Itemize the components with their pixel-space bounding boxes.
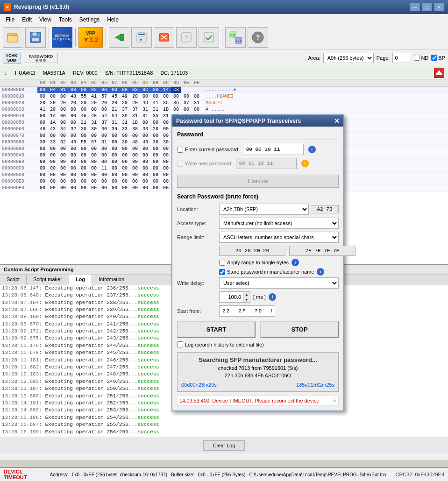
hex-byte[interactable]: 00 — [99, 178, 109, 184]
open-button[interactable] — [3, 27, 23, 48]
hex-byte[interactable]: 37 — [130, 106, 140, 113]
hex-byte[interactable]: 34 — [58, 126, 68, 132]
hex-byte[interactable]: 31 — [161, 113, 171, 119]
nd-checkbox-label[interactable]: ND — [414, 55, 428, 61]
hex-byte[interactable]: 00 — [161, 126, 171, 132]
hex-byte[interactable]: 1D — [161, 106, 171, 113]
menu-help[interactable]: Help — [103, 15, 122, 24]
hex-byte[interactable]: 00 — [161, 159, 171, 165]
hex-byte[interactable]: 31 — [140, 106, 150, 113]
hex-byte[interactable]: 00 — [120, 159, 130, 165]
current-pass-input[interactable]: 00 00 10 11 — [243, 144, 304, 155]
menu-settings[interactable]: Settings — [76, 15, 103, 24]
hex-byte[interactable]: 33 — [48, 139, 58, 145]
hex-byte[interactable]: 00 — [78, 146, 89, 152]
hex-byte[interactable]: 30 — [99, 126, 109, 132]
hex-byte[interactable]: 00 — [99, 87, 109, 93]
hex-byte[interactable]: 41 — [150, 100, 161, 106]
hex-byte[interactable]: 00 — [109, 87, 120, 93]
hex-byte[interactable]: 00 — [48, 165, 58, 171]
hex-byte[interactable]: C8 — [171, 87, 181, 93]
hex-byte[interactable]: 00 — [150, 133, 161, 139]
hex-byte[interactable]: 00 — [150, 172, 161, 178]
delay-down-button[interactable]: ▼ — [243, 297, 250, 302]
hex-byte[interactable]: 20 — [150, 126, 161, 132]
hex-byte[interactable]: 30 — [78, 126, 89, 132]
hex-byte[interactable]: 00 — [130, 172, 140, 178]
hex-byte[interactable]: 00 — [68, 159, 78, 165]
hex-byte[interactable]: 00 — [68, 178, 78, 184]
hex-byte[interactable]: 00 — [130, 165, 140, 171]
hex-byte[interactable]: 00 — [68, 120, 78, 126]
hex-byte[interactable]: 21 — [78, 120, 89, 126]
hex-byte[interactable]: 30 — [89, 126, 99, 132]
eeprom-button[interactable]: EEPROM SFP [USER] — [52, 27, 72, 48]
hex-byte[interactable]: 31 — [89, 120, 99, 126]
tab-information[interactable]: Information — [92, 275, 131, 285]
hex-byte[interactable]: 00 — [89, 178, 99, 184]
hex-byte[interactable]: 00 — [150, 120, 161, 126]
hex-byte[interactable]: 37 — [120, 106, 130, 113]
hex-byte[interactable]: 00 — [150, 152, 161, 158]
hex-byte[interactable]: 00 — [68, 113, 78, 119]
hex-byte[interactable]: 00 — [68, 87, 78, 93]
hex-bytes-3[interactable]: 4120000000000021373731311D000000 — [37, 106, 202, 113]
write-pass-checkbox[interactable] — [177, 161, 183, 167]
hex-byte[interactable]: 20 — [130, 93, 140, 99]
hex-byte[interactable]: 00 — [130, 178, 140, 184]
hex-byte[interactable]: 00 — [58, 178, 68, 184]
hex-byte[interactable]: 4D — [140, 100, 150, 106]
write-button[interactable] — [131, 27, 152, 48]
hex-byte[interactable]: 00 — [150, 93, 161, 99]
hex-byte[interactable]: 00 — [109, 133, 120, 139]
hex-byte[interactable]: 00 — [58, 133, 68, 139]
hex-byte[interactable]: 30 — [37, 139, 48, 145]
range-from-input[interactable] — [219, 246, 285, 256]
hex-byte[interactable]: 1D — [130, 120, 140, 126]
hex-byte[interactable]: 00 — [48, 159, 58, 165]
hex-byte[interactable]: 00 — [58, 152, 68, 158]
hex-byte[interactable]: 00 — [109, 172, 120, 178]
verify-button[interactable] — [199, 27, 219, 48]
hex-byte[interactable]: 00 — [150, 165, 161, 171]
hex-byte[interactable]: 00 — [120, 178, 130, 184]
hex-byte[interactable]: 00 — [140, 159, 150, 165]
hex-byte[interactable]: 00 — [99, 106, 109, 113]
clear-log-button[interactable]: Clear Log — [203, 440, 245, 451]
hex-byte[interactable]: 00 — [192, 93, 202, 99]
hex-byte[interactable]: 00 — [89, 146, 99, 152]
tab-script-maker[interactable]: Script maker — [27, 275, 69, 285]
hex-byte[interactable]: 00 — [99, 133, 109, 139]
hex-byte[interactable]: 20 — [89, 100, 99, 106]
hex-byte[interactable]: 00 — [48, 152, 58, 158]
hex-byte[interactable]: 20 — [109, 100, 120, 106]
hex-byte[interactable]: 00 — [78, 106, 89, 113]
hex-byte[interactable]: 00 — [140, 133, 150, 139]
hex-byte[interactable]: 33 — [120, 126, 130, 132]
hex-byte[interactable]: 00 — [140, 165, 150, 171]
hex-byte[interactable]: 00 — [48, 172, 58, 178]
bp-checkbox[interactable] — [431, 55, 437, 61]
read-button[interactable] — [109, 27, 129, 48]
hex-byte[interactable]: 00 — [140, 172, 150, 178]
hex-byte[interactable]: 31 — [99, 139, 109, 145]
apply-range-checkbox-label[interactable]: Apply range to single bytes — [219, 260, 289, 266]
hex-byte[interactable]: 00 — [37, 185, 48, 191]
menu-file[interactable]: File — [2, 15, 18, 24]
range-select[interactable]: ASCII letters, number and special chars — [219, 232, 339, 243]
hex-byte[interactable]: 00 — [130, 133, 140, 139]
hex-byte[interactable]: 00 — [140, 178, 150, 184]
hex-byte[interactable]: 00 — [68, 185, 78, 191]
hex-byte[interactable]: 00 — [78, 178, 89, 184]
tab-log[interactable]: Log — [69, 275, 92, 285]
write-pass-checkbox-label[interactable]: Write new password — [177, 161, 231, 167]
hex-byte[interactable]: 20 — [48, 100, 58, 106]
hex-byte[interactable]: 00 — [99, 185, 109, 191]
vpp-button[interactable]: VPP ▼3.2 — [78, 27, 103, 48]
hex-byte[interactable]: 00 — [161, 93, 171, 99]
hex-byte[interactable]: 00 — [130, 159, 140, 165]
hex-byte[interactable]: 00 — [99, 146, 109, 152]
checksum-button[interactable]: #CHK SUM — [3, 52, 21, 64]
enter-pass-checkbox-label[interactable]: Enter current password — [177, 147, 238, 153]
hex-byte[interactable]: 41 — [37, 106, 48, 113]
